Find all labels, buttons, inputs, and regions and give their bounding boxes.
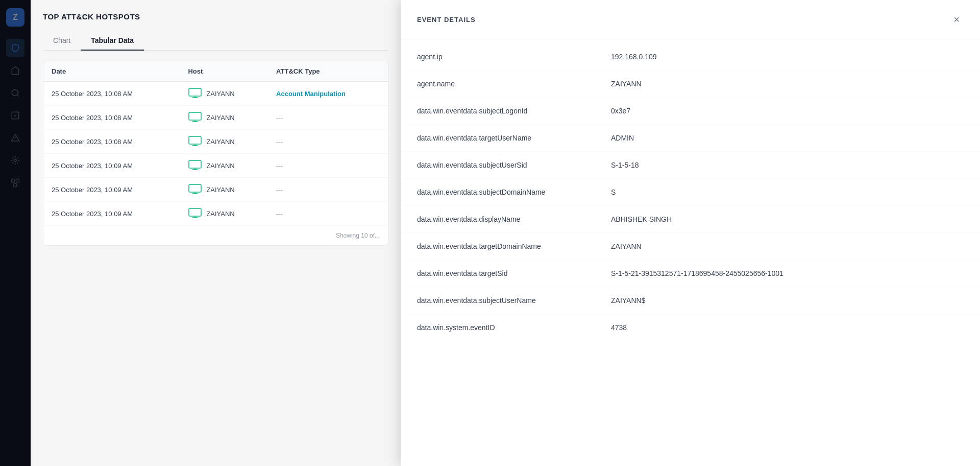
detail-key: data.win.system.eventID bbox=[417, 323, 611, 332]
cell-host: ZAIYANN bbox=[180, 106, 268, 130]
detail-key: data.win.eventdata.targetSid bbox=[417, 269, 611, 277]
host-computer-icon bbox=[188, 112, 202, 123]
detail-key: data.win.eventdata.targetUserName bbox=[417, 134, 611, 142]
host-computer-icon bbox=[188, 88, 202, 99]
tab-chart[interactable]: Chart bbox=[43, 31, 81, 51]
table-row[interactable]: 25 October 2023, 10:08 AM ZAIYANN Accoun… bbox=[43, 82, 388, 106]
svg-rect-8 bbox=[189, 88, 201, 96]
host-name: ZAIYANN bbox=[206, 90, 234, 98]
host-computer-icon bbox=[188, 160, 202, 171]
cell-host: ZAIYANN bbox=[180, 178, 268, 202]
detail-key: data.win.eventdata.subjectUserSid bbox=[417, 161, 611, 169]
left-modal: TOP ATT&CK HOTSPOTS Chart Tabular Data D… bbox=[31, 0, 401, 466]
host-name: ZAIYANN bbox=[206, 138, 234, 146]
table-row[interactable]: 25 October 2023, 10:08 AM ZAIYANN --- bbox=[43, 130, 388, 154]
svg-rect-13 bbox=[189, 208, 201, 216]
col-header-host: Host bbox=[180, 61, 268, 82]
cell-date: 25 October 2023, 10:08 AM bbox=[43, 130, 180, 154]
cell-attck-type: --- bbox=[268, 130, 388, 154]
detail-key: data.win.eventdata.displayName bbox=[417, 215, 611, 223]
detail-key: agent.ip bbox=[417, 53, 611, 61]
attck-dash: --- bbox=[276, 162, 283, 170]
col-header-date: Date bbox=[43, 61, 180, 82]
detail-row: agent.ip192.168.0.109 bbox=[401, 43, 980, 71]
detail-row: data.win.eventdata.subjectUserSidS-1-5-1… bbox=[401, 152, 980, 179]
detail-row: data.win.eventdata.targetDomainNameZAIYA… bbox=[401, 233, 980, 260]
detail-value: ZAIYANN bbox=[611, 242, 964, 250]
detail-row: data.win.eventdata.targetSidS-1-5-21-391… bbox=[401, 260, 980, 287]
svg-rect-9 bbox=[189, 112, 201, 120]
detail-row: agent.nameZAIYANN bbox=[401, 71, 980, 98]
detail-row: data.win.system.eventID4738 bbox=[401, 314, 980, 341]
detail-row: data.win.eventdata.subjectUserNameZAIYAN… bbox=[401, 287, 980, 314]
right-panel: EVENT DETAILS × agent.ip192.168.0.109age… bbox=[401, 0, 980, 466]
detail-row: data.win.eventdata.subjectDomainNameS bbox=[401, 179, 980, 206]
table-row[interactable]: 25 October 2023, 10:09 AM ZAIYANN --- bbox=[43, 178, 388, 202]
detail-row: data.win.eventdata.displayNameABHISHEK S… bbox=[401, 206, 980, 233]
detail-key: agent.name bbox=[417, 80, 611, 88]
tabs-container: Chart Tabular Data bbox=[43, 31, 388, 51]
table-row[interactable]: 25 October 2023, 10:08 AM ZAIYANN --- bbox=[43, 106, 388, 130]
right-panel-header: EVENT DETAILS × bbox=[401, 0, 980, 39]
detail-value: ADMIN bbox=[611, 134, 964, 142]
table-footer: Showing 10 of... bbox=[43, 225, 388, 245]
right-panel-title: EVENT DETAILS bbox=[417, 16, 476, 24]
tab-tabular-data[interactable]: Tabular Data bbox=[81, 31, 144, 51]
col-header-attck: ATT&CK Type bbox=[268, 61, 388, 82]
cell-date: 25 October 2023, 10:08 AM bbox=[43, 82, 180, 106]
cell-host: ZAIYANN bbox=[180, 130, 268, 154]
detail-value: ABHISHEK SINGH bbox=[611, 215, 964, 223]
host-computer-icon bbox=[188, 208, 202, 219]
cell-date: 25 October 2023, 10:09 AM bbox=[43, 202, 180, 226]
cell-attck-type: Account Manipulation bbox=[268, 82, 388, 106]
host-name: ZAIYANN bbox=[206, 114, 234, 122]
attck-dash: --- bbox=[276, 138, 283, 146]
attck-dash: --- bbox=[276, 210, 283, 218]
cell-attck-type: --- bbox=[268, 178, 388, 202]
cell-date: 25 October 2023, 10:09 AM bbox=[43, 178, 180, 202]
detail-value: S-1-5-18 bbox=[611, 161, 964, 169]
left-modal-header: TOP ATT&CK HOTSPOTS Chart Tabular Data bbox=[31, 0, 401, 51]
host-computer-icon bbox=[188, 184, 202, 195]
attck-dash: --- bbox=[276, 114, 283, 122]
detail-value: 4738 bbox=[611, 323, 964, 332]
detail-row: data.win.eventdata.targetUserNameADMIN bbox=[401, 125, 980, 152]
left-modal-body: Date Host ATT&CK Type 25 October 2023, 1… bbox=[31, 51, 401, 466]
detail-value: ZAIYANN$ bbox=[611, 296, 964, 305]
cell-attck-type: --- bbox=[268, 154, 388, 178]
host-name: ZAIYANN bbox=[206, 186, 234, 194]
host-computer-icon bbox=[188, 136, 202, 147]
host-name: ZAIYANN bbox=[206, 210, 234, 218]
cell-host: ZAIYANN bbox=[180, 154, 268, 178]
cell-date: 25 October 2023, 10:08 AM bbox=[43, 106, 180, 130]
attck-badge: Account Manipulation bbox=[276, 90, 346, 98]
detail-row: data.win.eventdata.subjectLogonId0x3e7 bbox=[401, 98, 980, 125]
detail-value: 192.168.0.109 bbox=[611, 53, 964, 61]
cell-date: 25 October 2023, 10:09 AM bbox=[43, 154, 180, 178]
cell-host: ZAIYANN bbox=[180, 202, 268, 226]
detail-value: 0x3e7 bbox=[611, 107, 964, 115]
detail-key: data.win.eventdata.subjectDomainName bbox=[417, 188, 611, 196]
svg-rect-12 bbox=[189, 184, 201, 192]
detail-value: S bbox=[611, 188, 964, 196]
detail-key: data.win.eventdata.targetDomainName bbox=[417, 242, 611, 250]
detail-value: ZAIYANN bbox=[611, 80, 964, 88]
attck-dash: --- bbox=[276, 186, 283, 194]
data-table-container: Date Host ATT&CK Type 25 October 2023, 1… bbox=[43, 61, 388, 246]
svg-rect-11 bbox=[189, 160, 201, 168]
close-button[interactable]: × bbox=[949, 12, 964, 27]
detail-key: data.win.eventdata.subjectLogonId bbox=[417, 107, 611, 115]
table-row[interactable]: 25 October 2023, 10:09 AM ZAIYANN --- bbox=[43, 154, 388, 178]
detail-value: S-1-5-21-3915312571-1718695458-245502565… bbox=[611, 269, 964, 277]
left-modal-title: TOP ATT&CK HOTSPOTS bbox=[43, 12, 388, 21]
cell-attck-type: --- bbox=[268, 202, 388, 226]
detail-key: data.win.eventdata.subjectUserName bbox=[417, 296, 611, 305]
host-name: ZAIYANN bbox=[206, 162, 234, 170]
cell-attck-type: --- bbox=[268, 106, 388, 130]
cell-host: ZAIYANN bbox=[180, 82, 268, 106]
table-row[interactable]: 25 October 2023, 10:09 AM ZAIYANN --- bbox=[43, 202, 388, 226]
right-panel-body: agent.ip192.168.0.109agent.nameZAIYANNda… bbox=[401, 39, 980, 466]
svg-rect-10 bbox=[189, 136, 201, 144]
data-table: Date Host ATT&CK Type 25 October 2023, 1… bbox=[43, 61, 388, 225]
